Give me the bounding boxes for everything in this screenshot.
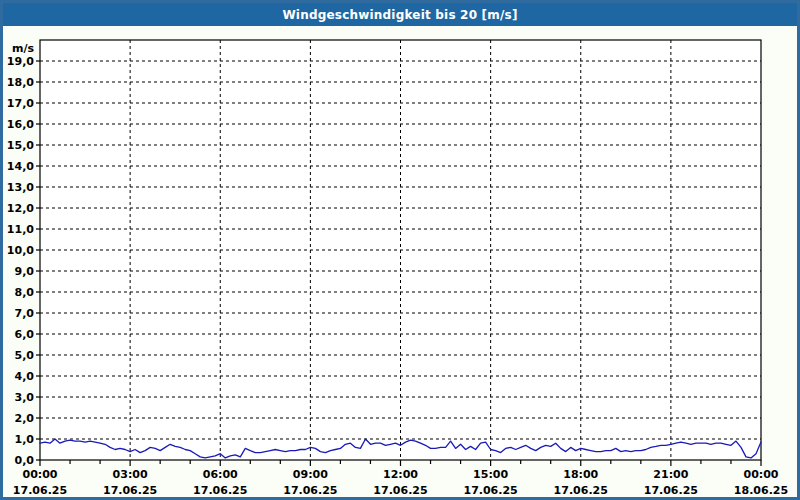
x-tick-date-label: 18.06.25 (734, 484, 788, 497)
chart-area: 0,01,02,03,04,05,06,07,08,09,010,011,012… (3, 26, 797, 497)
y-tick-label: 17,0 (7, 97, 34, 110)
chart-window: Windgeschwindigkeit bis 20 [m/s] 0,01,02… (0, 0, 800, 500)
y-tick-label: 15,0 (7, 139, 34, 152)
y-tick-label: 19,0 (7, 55, 34, 68)
title-bar: Windgeschwindigkeit bis 20 [m/s] (3, 3, 797, 26)
x-tick-time-label: 18:00 (563, 468, 598, 481)
x-tick-date-label: 17.06.25 (13, 484, 67, 497)
x-tick-date-label: 17.06.25 (373, 484, 427, 497)
y-tick-label: 16,0 (7, 118, 34, 131)
chart-title: Windgeschwindigkeit bis 20 [m/s] (282, 8, 517, 22)
y-tick-label: 11,0 (7, 223, 34, 236)
x-tick-date-label: 17.06.25 (644, 484, 698, 497)
x-tick-date-label: 17.06.25 (463, 484, 517, 497)
x-tick-date-label: 17.06.25 (283, 484, 337, 497)
y-tick-label: 13,0 (7, 181, 34, 194)
y-tick-label: 5,0 (15, 349, 35, 362)
x-tick-time-label: 00:00 (22, 468, 57, 481)
x-tick-date-label: 17.06.25 (103, 484, 157, 497)
wind-speed-chart: 0,01,02,03,04,05,06,07,08,09,010,011,012… (3, 26, 797, 497)
y-tick-label: 7,0 (15, 307, 35, 320)
y-tick-label: 18,0 (7, 76, 34, 89)
x-tick-date-label: 17.06.25 (554, 484, 608, 497)
x-tick-date-label: 17.06.25 (193, 484, 247, 497)
y-tick-label: 9,0 (15, 265, 35, 278)
y-axis-unit-label: m/s (12, 42, 34, 55)
y-tick-label: 0,0 (15, 454, 35, 467)
x-tick-time-label: 03:00 (113, 468, 148, 481)
y-tick-label: 3,0 (15, 391, 35, 404)
x-tick-time-label: 06:00 (203, 468, 238, 481)
y-tick-label: 10,0 (7, 244, 34, 257)
y-tick-label: 6,0 (15, 328, 35, 341)
y-tick-label: 12,0 (7, 202, 34, 215)
y-tick-label: 1,0 (15, 433, 35, 446)
x-tick-time-label: 12:00 (383, 468, 418, 481)
x-tick-time-label: 00:00 (743, 468, 778, 481)
y-tick-label: 14,0 (7, 160, 34, 173)
x-tick-time-label: 09:00 (293, 468, 328, 481)
y-tick-label: 4,0 (15, 370, 35, 383)
y-tick-label: 2,0 (15, 412, 35, 425)
y-tick-label: 8,0 (15, 286, 35, 299)
x-tick-time-label: 21:00 (653, 468, 688, 481)
x-tick-time-label: 15:00 (473, 468, 508, 481)
